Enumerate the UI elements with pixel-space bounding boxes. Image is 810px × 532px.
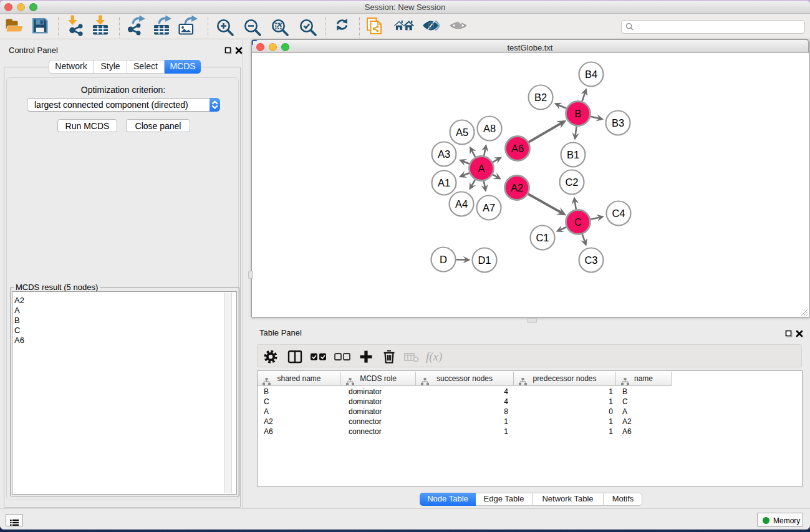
svg-text:A8: A8 (483, 123, 496, 134)
svg-text:B4: B4 (585, 69, 597, 80)
svg-text:A6: A6 (511, 143, 524, 154)
svg-text:C1: C1 (536, 232, 549, 243)
svg-text:B3: B3 (612, 117, 624, 128)
svg-text:f(x): f(x) (426, 350, 442, 364)
svg-text:A4: A4 (455, 198, 468, 210)
svg-text:C2: C2 (565, 177, 578, 188)
svg-text:B: B (574, 108, 581, 119)
svg-text:C3: C3 (584, 254, 597, 266)
svg-text:A2: A2 (511, 182, 523, 193)
svg-text:B2: B2 (534, 92, 547, 103)
svg-text:A7: A7 (483, 202, 495, 213)
svg-text:A3: A3 (438, 148, 450, 160)
svg-text:C: C (574, 216, 582, 228)
svg-text:A5: A5 (456, 127, 468, 138)
svg-text:C4: C4 (612, 208, 625, 219)
svg-text:D1: D1 (478, 254, 491, 266)
svg-text:A: A (478, 163, 485, 174)
svg-text:B1: B1 (567, 149, 579, 160)
svg-text:A1: A1 (438, 177, 450, 188)
svg-text:D: D (440, 254, 447, 265)
